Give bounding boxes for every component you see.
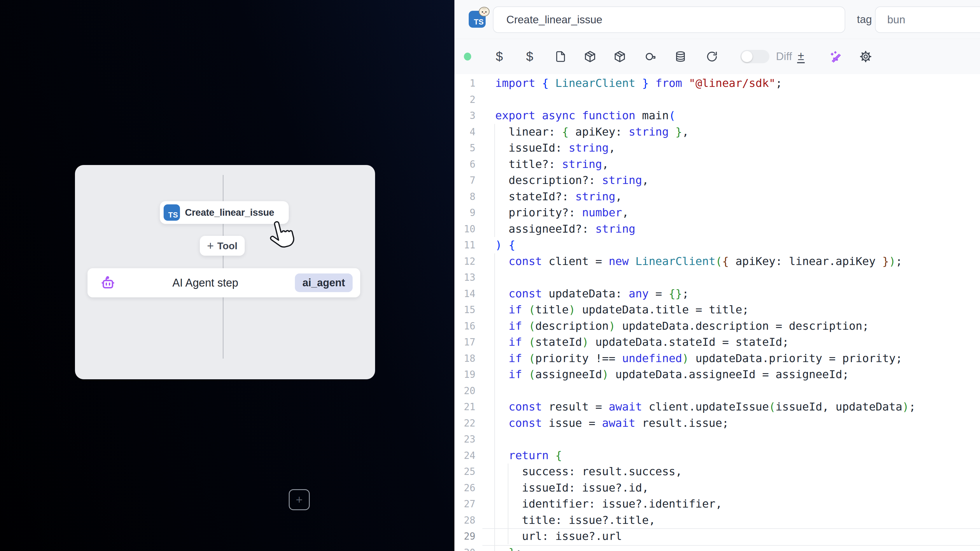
plus-minus-icon[interactable]: ±	[797, 50, 805, 63]
editor-header: TS tag	[454, 0, 980, 39]
flow-node-create-linear-issue[interactable]: TS Create_linear_issue	[160, 201, 289, 224]
line-number: 23	[454, 431, 476, 448]
line-number: 7	[454, 172, 476, 189]
line-number: 14	[454, 286, 476, 302]
agent-step-label: AI Agent step	[116, 277, 295, 289]
line-number: 3	[454, 108, 476, 124]
package-icon[interactable]	[584, 51, 596, 63]
tag-label: tag	[857, 0, 872, 39]
key-icon[interactable]	[644, 51, 657, 63]
workflow-canvas-card: TS Create_linear_issue + Tool AI Agent s…	[75, 165, 375, 379]
code-line: 3export async function main(	[454, 108, 980, 124]
code-line: 16 if (description) updateData.descripti…	[454, 318, 980, 334]
code-line: 10 assigneeId?: string	[454, 221, 980, 237]
agent-id-badge: ai_agent	[295, 273, 353, 292]
script-editor-panel: TS tag $ $	[454, 0, 980, 551]
code-line: 22 const issue = await result.issue;	[454, 415, 980, 432]
code-lines: 1import { LinearClient } from "@linear/s…	[454, 75, 980, 551]
package-icon-2[interactable]	[614, 51, 626, 63]
line-number: 15	[454, 302, 476, 318]
bun-logo-icon	[479, 7, 490, 17]
robot-icon	[100, 275, 116, 291]
add-step-button[interactable]: +	[289, 489, 310, 510]
code-line: 28 title: issue?.title,	[454, 512, 980, 529]
code-line: 23	[454, 431, 980, 448]
line-number: 9	[454, 205, 476, 221]
line-number: 25	[454, 464, 476, 480]
code-line: 19 if (assigneeId) updateData.assigneeId…	[454, 367, 980, 383]
settings-gear-icon[interactable]	[859, 51, 872, 63]
code-line: 18 if (priority !== undefined) updateDat…	[454, 351, 980, 367]
app-background: TS Create_linear_issue + Tool AI Agent s…	[0, 0, 980, 551]
code-line: 26 issueId: issue?.id,	[454, 480, 980, 496]
code-line: 2	[454, 92, 980, 108]
line-number: 5	[454, 140, 476, 156]
line-number: 22	[454, 415, 476, 432]
database-icon[interactable]	[675, 51, 686, 63]
dollar-variable-icon[interactable]: $	[496, 50, 503, 63]
diff-label: Diff	[776, 51, 792, 63]
refresh-icon[interactable]	[706, 51, 718, 62]
line-number: 30	[454, 545, 476, 551]
code-line: 20	[454, 383, 980, 399]
code-line: 17 if (stateId) updateData.stateId = sta…	[454, 334, 980, 351]
diff-toggle[interactable]	[740, 50, 769, 63]
flow-node-label: Create_linear_issue	[185, 207, 274, 218]
editor-toolbar: $ $	[454, 39, 980, 74]
code-line: 30 };	[454, 545, 980, 551]
ai-wand-icon[interactable]	[829, 50, 842, 63]
line-number: 21	[454, 399, 476, 415]
code-editor[interactable]: 1import { LinearClient } from "@linear/s…	[454, 74, 980, 551]
toggle-knob	[741, 51, 752, 62]
flow-node-ai-agent-step[interactable]: AI Agent step ai_agent	[88, 268, 360, 297]
plus-icon: +	[207, 240, 214, 252]
code-line: 15 if (title) updateData.title = title;	[454, 302, 980, 318]
code-line: 8 stateId?: string,	[454, 189, 980, 205]
file-icon[interactable]	[555, 51, 566, 62]
line-number: 2	[454, 92, 476, 108]
script-name-input[interactable]	[493, 6, 845, 33]
code-line: 11) {	[454, 237, 980, 253]
status-dot	[464, 53, 471, 60]
code-line: 27 identifier: issue?.identifier,	[454, 496, 980, 512]
code-line: 9 priority?: number,	[454, 205, 980, 221]
code-line: 4 linear: { apiKey: string },	[454, 124, 980, 140]
line-number: 8	[454, 189, 476, 205]
line-number: 13	[454, 269, 476, 286]
add-tool-button[interactable]: + Tool	[200, 236, 245, 256]
line-number: 10	[454, 221, 476, 237]
code-line: 12 const client = new LinearClient({ api…	[454, 253, 980, 270]
line-number: 28	[454, 512, 476, 529]
code-line: 25 success: result.success,	[454, 464, 980, 480]
code-line: 13	[454, 269, 980, 286]
line-number: 17	[454, 334, 476, 351]
line-number: 19	[454, 367, 476, 383]
line-number: 20	[454, 383, 476, 399]
tag-input[interactable]	[875, 6, 980, 33]
code-line: 6 title?: string,	[454, 156, 980, 173]
line-number: 16	[454, 318, 476, 334]
code-line: 21 const result = await client.updateIss…	[454, 399, 980, 415]
line-number: 1	[454, 75, 476, 92]
typescript-icon: TS	[164, 204, 180, 221]
code-line: 14 const updateData: any = {};	[454, 286, 980, 302]
dollar-variable-icon-2[interactable]: $	[526, 50, 533, 63]
code-line: 5 issueId: string,	[454, 140, 980, 156]
line-number: 11	[454, 237, 476, 253]
line-number: 6	[454, 156, 476, 173]
code-line: 1import { LinearClient } from "@linear/s…	[454, 75, 980, 92]
line-number: 12	[454, 253, 476, 270]
line-number: 4	[454, 124, 476, 140]
line-number: 29	[454, 528, 476, 545]
code-line: 29 url: issue?.url	[454, 528, 980, 545]
code-line: 24 return {	[454, 448, 980, 464]
line-number: 24	[454, 448, 476, 464]
typescript-bun-icon: TS	[469, 11, 485, 28]
line-number: 27	[454, 496, 476, 512]
code-line: 7 description?: string,	[454, 172, 980, 189]
line-number: 26	[454, 480, 476, 496]
line-number: 18	[454, 351, 476, 367]
